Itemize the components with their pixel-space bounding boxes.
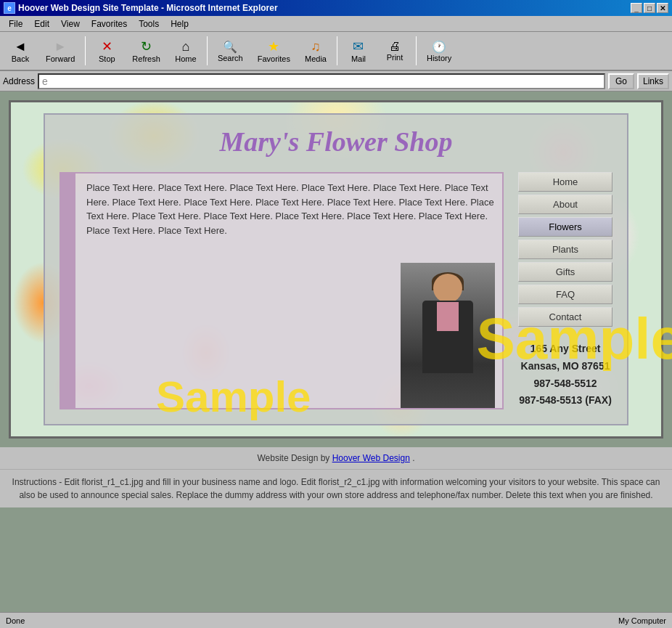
nav-gifts[interactable]: Gifts [518, 262, 612, 282]
media-button[interactable]: Media [298, 33, 333, 68]
menu-file[interactable]: File [3, 17, 28, 30]
nav-faq[interactable]: FAQ [518, 285, 612, 304]
refresh-button[interactable]: Refresh [126, 33, 167, 68]
print-label: Print [387, 53, 403, 62]
toolbar-separator-3 [337, 36, 337, 65]
menu-favorites[interactable]: Favorites [86, 17, 133, 30]
go-button[interactable]: Go [608, 73, 634, 89]
nav-about[interactable]: About [518, 195, 612, 214]
window-title-bar: e Hoover Web Design Site Template - Micr… [0, 0, 672, 16]
left-column: Place Text Here. Place Text Here. Place … [60, 172, 504, 409]
address-info: 165 Any Street Kansas, MO 87651 987-548-… [518, 340, 612, 409]
stop-button[interactable]: Stop [89, 33, 124, 68]
app-icon: e [4, 2, 15, 14]
footer-text2: . [412, 453, 414, 463]
stop-icon [102, 38, 112, 54]
status-text: Done [6, 616, 25, 625]
toolbar-separator-4 [416, 36, 417, 65]
person-head [433, 274, 462, 303]
menu-tools[interactable]: Tools [133, 17, 165, 30]
refresh-label: Refresh [132, 54, 160, 63]
footer-link[interactable]: Hoover Web Design [332, 453, 410, 463]
toolbar: Back Forward Stop Refresh Home Search Fa… [0, 32, 672, 71]
ie-icon: e [42, 76, 48, 87]
right-column: Home About Flowers Plants Gifts FAQ Cont… [518, 172, 612, 409]
nav-plants[interactable]: Plants [518, 240, 612, 259]
home-icon [181, 39, 189, 54]
browser-content: Sample Sample Mary's Flower Shop Place T… [0, 91, 672, 612]
print-button[interactable]: Print [377, 33, 412, 68]
fax: 987-548-5513 (FAX) [518, 392, 612, 409]
window-title: Hoover Web Design Site Template - Micros… [18, 3, 278, 13]
left-col-accent [61, 174, 75, 408]
print-icon [389, 40, 401, 53]
menu-view[interactable]: View [55, 17, 86, 30]
address-line1: 165 Any Street [518, 340, 612, 358]
minimize-button[interactable]: _ [631, 3, 642, 13]
toolbar-separator-2 [207, 36, 208, 65]
main-text: Place Text Here. Place Text Here. Place … [86, 181, 495, 237]
favorites-button[interactable]: Favorites [251, 33, 297, 68]
mail-icon [353, 38, 364, 54]
mail-label: Mail [351, 54, 366, 63]
close-button[interactable]: ✕ [657, 3, 668, 13]
stop-label: Stop [99, 54, 115, 63]
address-bar: Address e Go Links [0, 71, 672, 91]
search-toolbar-icon [223, 40, 237, 54]
flower-background: Sample Sample Mary's Flower Shop Place T… [9, 100, 663, 439]
nav-home[interactable]: Home [518, 172, 612, 192]
history-label: History [427, 54, 451, 62]
history-icon [432, 40, 446, 54]
status-bar: Done My Computer [0, 612, 672, 628]
menu-bar: File Edit View Favorites Tools Help [0, 16, 672, 32]
home-label: Home [175, 54, 196, 63]
back-label: Back [12, 54, 29, 63]
search-button[interactable]: Search [211, 33, 250, 68]
menu-edit[interactable]: Edit [28, 17, 55, 30]
zone-indicator: My Computer [618, 616, 666, 625]
favorites-icon [268, 38, 279, 54]
refresh-icon [141, 38, 152, 54]
person-silhouette [408, 270, 488, 401]
back-icon [14, 39, 27, 54]
back-button[interactable]: Back [3, 33, 38, 68]
address-line2: Kansas, MO 87651 [518, 358, 612, 375]
window-controls[interactable]: _ □ ✕ [631, 3, 668, 13]
mail-button[interactable]: Mail [341, 33, 376, 68]
home-button[interactable]: Home [168, 33, 203, 68]
nav-contact[interactable]: Contact [518, 307, 612, 327]
menu-help[interactable]: Help [165, 17, 194, 30]
content-layout: Place Text Here. Place Text Here. Place … [60, 172, 612, 409]
footer-area: Website Design by Hoover Web Design . [0, 447, 672, 469]
media-icon [311, 39, 321, 54]
address-input-wrap: e [38, 73, 605, 89]
address-input[interactable] [51, 76, 601, 86]
history-button[interactable]: History [420, 33, 458, 68]
search-label: Search [218, 54, 243, 62]
instructions-text: Instructions - Edit florist_r1_c1.jpg an… [0, 469, 672, 507]
person-photo [401, 263, 495, 408]
address-label: Address [3, 76, 35, 86]
person-collar [437, 302, 459, 331]
forward-icon [54, 39, 67, 54]
site-wrapper: Sample Sample Mary's Flower Shop Place T… [0, 91, 672, 447]
links-button[interactable]: Links [637, 73, 669, 89]
favorites-label: Favorites [258, 54, 290, 63]
toolbar-separator-1 [85, 36, 86, 65]
nav-flowers[interactable]: Flowers [518, 217, 612, 237]
forward-button[interactable]: Forward [39, 33, 81, 68]
shop-title: Mary's Flower Shop [60, 126, 612, 158]
maximize-button[interactable]: □ [644, 3, 655, 13]
phone: 987-548-5512 [518, 375, 612, 393]
site-card: Mary's Flower Shop Place Text Here. Plac… [44, 113, 628, 425]
forward-label: Forward [46, 54, 75, 63]
media-label: Media [305, 54, 327, 63]
footer-text1: Website Design by [257, 453, 332, 463]
